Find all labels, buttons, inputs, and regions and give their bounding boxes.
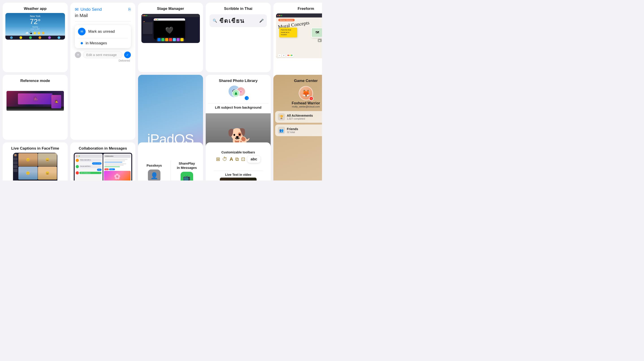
mark-unread-popup: ✉ Mark as unread in Messages bbox=[75, 25, 131, 48]
in-messages-dot bbox=[81, 42, 83, 44]
livecaptions-bar: Live Captions: "Hello, how are you today… bbox=[18, 180, 57, 180]
edit-sent-row: ✕ Edit a sent message ✓ bbox=[70, 48, 135, 59]
clock-icon: ⏱ bbox=[222, 156, 227, 162]
abc-label: abc bbox=[248, 156, 260, 163]
collab-title: Collaboration in Messages bbox=[75, 142, 130, 153]
scribble-card: Scribble in Thai 🔍 ขีดเขียน 🎤 bbox=[206, 3, 271, 72]
photo-share-icon: 👥 bbox=[244, 96, 249, 100]
gc-achievements-title: All Achievements bbox=[287, 114, 322, 117]
gc-achievements-text: All Achievements 1,027 completed bbox=[287, 114, 322, 120]
weather-card: Weather app New York 72° Sunny H:81° L:6… bbox=[3, 3, 68, 72]
scribble-title: Scribble in Thai bbox=[220, 3, 256, 13]
freeform-name-tag: Michael Simmons bbox=[278, 19, 295, 21]
edit-input[interactable]: Edit a sent message bbox=[83, 51, 122, 58]
freeform-title: Freeform bbox=[294, 3, 318, 13]
weather-subtitle: H:81° L:63° bbox=[8, 28, 63, 30]
livecaptions-screenshot: 😊 😄 🙂 😀 Live Captions: "Hello, how are y… bbox=[13, 153, 57, 180]
in-messages-item[interactable]: in Messages bbox=[75, 38, 131, 48]
gc-notification-badge: ! bbox=[309, 96, 314, 101]
toolbars-title: Customizable toolbars bbox=[222, 150, 255, 156]
shared-photo-title: Shared Photo Library bbox=[209, 78, 267, 85]
copy-layers-icon: ⧉ bbox=[235, 156, 239, 162]
passkeys-title: Passkeys bbox=[146, 163, 162, 170]
gc-friends-title: Friends bbox=[287, 127, 322, 131]
weather-temp: 72° bbox=[8, 17, 63, 26]
mark-unread-text: Mark as unread bbox=[88, 29, 115, 34]
livetext-video: 🎸 Bridge G Major x2 e minor x2 bbox=[220, 178, 256, 180]
gamecenter-card: Game Center 🦊 ! Foxhead Warrior molly_wi… bbox=[274, 75, 322, 180]
weather-title: Weather app bbox=[20, 3, 50, 13]
photo-frame-icon: ⊡ bbox=[241, 156, 245, 162]
reference-screenshot: 👩‍🎤 👩‍🎤 bbox=[6, 86, 64, 111]
freeform-screenshot: Michael Simmons Mural Concepts Paint the… bbox=[276, 13, 322, 58]
collab-card: Collaboration in Messages Felicity made … bbox=[70, 142, 135, 180]
confirm-button[interactable]: ✓ bbox=[124, 51, 131, 58]
freeform-sticky: Paint the final mural art in houston bbox=[279, 27, 297, 37]
collab-screenshot: Felicity made edits to... You're up next… bbox=[74, 153, 132, 180]
text-a-icon: A bbox=[230, 156, 233, 162]
reference-mode-title: Reference mode bbox=[17, 75, 54, 85]
mark-unread-icon: ✉ bbox=[78, 28, 86, 35]
clear-button[interactable]: ✕ bbox=[75, 52, 81, 58]
toolbar-icons-row: ⊞ ⏱ A ⧉ ⊡ abc bbox=[216, 156, 260, 163]
gamecenter-title: Game Center bbox=[290, 75, 321, 85]
gc-achievements-sub: 1,027 completed bbox=[287, 117, 322, 120]
in-messages-text: in Messages bbox=[86, 41, 107, 45]
weather-city: New York bbox=[8, 15, 63, 17]
compose-icon[interactable]: ⎘ bbox=[128, 7, 131, 12]
undo-send-label[interactable]: Undo Send bbox=[80, 7, 102, 12]
stage-manager-title: Stage Manager bbox=[154, 3, 188, 13]
grid-icon: ⊞ bbox=[216, 156, 220, 162]
weather-desc: Sunny bbox=[8, 26, 63, 28]
livecaptions-card: Live Captions in FaceTime 😊 😄 🙂 😀 bbox=[3, 142, 68, 180]
gc-player-email: molly_wiebe@icloud.com bbox=[292, 105, 320, 108]
photo-cluster: 🏔 🌸 🌲 👥 bbox=[228, 85, 248, 100]
mail-divider bbox=[75, 21, 131, 21]
lift-section: Lift subject from background bbox=[211, 105, 265, 113]
section-divider bbox=[208, 103, 268, 103]
search-icon: 🔍 bbox=[213, 18, 217, 23]
scribble-body: 🔍 ขีดเขียน 🎤 bbox=[206, 13, 271, 31]
mail-icon: ✉ bbox=[75, 7, 79, 12]
gc-player-name: Foxhead Warrior bbox=[292, 101, 320, 105]
lift-title: Lift subject from background bbox=[215, 105, 262, 111]
shared-photo-section: Shared Photo Library 🏔 🌸 🌲 👥 bbox=[206, 75, 271, 103]
reference-mode-card: Reference mode 👩‍🎤 👩‍🎤 bbox=[3, 75, 68, 140]
gc-avatar-container: 🦊 ! bbox=[299, 86, 313, 100]
livetext-title: Live Text in video bbox=[225, 173, 251, 178]
scribble-search-bar[interactable]: 🔍 ขีดเขียน 🎤 bbox=[210, 14, 267, 27]
mic-icon: 🎤 bbox=[259, 18, 264, 23]
delivered-text: Delivered bbox=[113, 59, 135, 64]
mail-undo-row: ✉ Undo Send ⎘ bbox=[70, 3, 135, 12]
gc-friends-icon: 👥 bbox=[278, 127, 285, 134]
weather-screenshot: New York 72° Sunny H:81° L:63° ☁️🌤⭐⭐☀️ bbox=[6, 13, 65, 40]
thai-text: ขีดเขียน bbox=[219, 16, 245, 25]
toolbars-livetext-card: Customizable toolbars ⊞ ⏱ A ⧉ ⊡ abc Live… bbox=[206, 142, 271, 180]
mail-card: ✉ Undo Send ⎘ in Mail ✉ Mark as unread i… bbox=[70, 3, 135, 140]
gc-achievements-row[interactable]: 🏆 All Achievements 1,027 completed › bbox=[275, 111, 322, 123]
gc-achievements-icon: 🏆 bbox=[278, 113, 285, 120]
shareplay-title: SharePlay in Messages bbox=[177, 161, 197, 172]
stage-screenshot: 🖤 bbox=[142, 14, 200, 43]
livecaptions-title: Live Captions in FaceTime bbox=[8, 142, 63, 153]
stage-manager-card: Stage Manager 🖤 bbox=[138, 3, 203, 72]
gc-friends-row[interactable]: 👥 Friends 32 total › bbox=[275, 124, 322, 136]
gc-friends-sub: 32 total bbox=[287, 131, 322, 133]
gc-friends-text: Friends 32 total bbox=[287, 127, 322, 133]
mark-unread-item[interactable]: ✉ Mark as unread bbox=[75, 25, 131, 38]
passkeys-card: Passkeys 👤 SharePlay in Messages 📺 bbox=[138, 142, 203, 180]
mail-in-label: in Mail bbox=[70, 12, 135, 21]
passkeys-icon: 👤 bbox=[148, 170, 160, 180]
shareplay-icon: 📺 bbox=[180, 172, 193, 181]
